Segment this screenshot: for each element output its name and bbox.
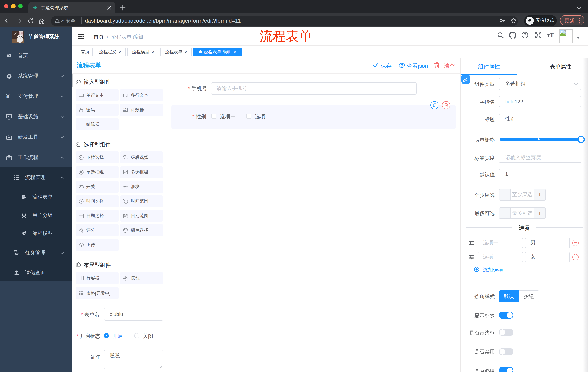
svg-text:T: T — [550, 32, 554, 38]
svg-text:123: 123 — [123, 108, 128, 111]
svg-text:T: T — [547, 33, 550, 38]
